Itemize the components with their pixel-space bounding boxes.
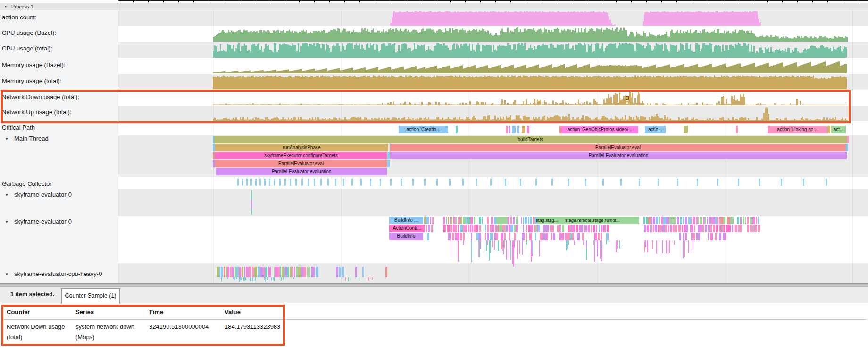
timeline-slice[interactable] [540,233,542,240]
timeline-slice[interactable]: act... [831,126,846,133]
timeline-slice[interactable] [720,225,722,232]
gc-event-tick[interactable] [505,179,506,186]
timeline-slice[interactable] [735,225,738,232]
timeline-slice[interactable] [275,267,278,277]
timeline-slice[interactable] [487,233,489,240]
tab-counter-sample[interactable]: Counter Sample (1) [61,288,120,304]
timeline-slice[interactable] [523,225,524,232]
timeline-slice[interactable] [710,225,712,232]
timeline-slice[interactable] [460,225,463,232]
timeline-slice[interactable] [723,217,725,224]
gc-event-tick[interactable] [535,179,537,186]
timeline-slice[interactable] [494,217,496,224]
timeline-slice[interactable] [709,217,711,224]
timeline-slice[interactable] [732,225,733,232]
timeline-slice[interactable] [239,267,241,277]
timeline-slice[interactable] [263,267,265,277]
timeline-slice[interactable] [588,225,590,232]
timeline-slice[interactable] [528,217,529,224]
timeline-slice[interactable] [466,225,467,232]
timeline-slice[interactable] [427,233,429,240]
timeline-slice[interactable] [451,217,452,224]
gc-event-tick[interactable] [401,179,402,186]
timeline-slice[interactable] [570,233,572,240]
timeline-slice[interactable] [604,225,607,232]
timeline-slice[interactable] [710,233,713,240]
timeline-slice[interactable] [561,233,563,240]
timeline-slice[interactable] [658,225,659,232]
timeline-slice[interactable] [513,217,515,224]
timeline-slice[interactable] [544,233,546,240]
timeline-slice[interactable] [827,126,830,133]
gc-event-tick[interactable] [551,179,553,186]
timeline-slice[interactable] [479,233,481,240]
gc-event-tick[interactable] [462,179,464,186]
timeline-slice[interactable] [647,225,649,232]
timeline-slice[interactable] [669,217,671,224]
timeline-slice[interactable] [514,233,516,240]
timeline-slice[interactable] [707,217,708,224]
timeline-slice[interactable] [538,225,540,232]
timeline-slice[interactable] [607,225,609,232]
timeline-slice[interactable] [268,267,271,277]
timeline-slice[interactable] [514,225,516,232]
timeline-slice[interactable] [562,225,564,232]
timeline-slice[interactable] [601,225,602,232]
gc-event-tick[interactable] [343,179,344,186]
timeline-slice[interactable] [470,225,471,232]
timeline-slice[interactable] [258,267,260,277]
timeline-slice[interactable] [448,233,450,240]
gc-event-tick[interactable] [320,179,322,186]
timeline-slice[interactable] [685,225,688,232]
timeline-slice[interactable] [252,267,254,277]
timeline-slice[interactable] [758,225,760,232]
timeline-slice[interactable]: Parallel Evaluator evaluation [216,168,387,175]
timeline-slice[interactable] [278,267,280,277]
timeline-slice[interactable] [460,233,462,240]
timeline-slice[interactable] [516,217,518,224]
timeline-slice[interactable] [745,217,746,224]
timeline-slice[interactable] [244,267,245,277]
timeline-slice[interactable] [572,233,574,240]
timeline-slice[interactable] [694,225,696,232]
timeline-slice[interactable] [506,126,508,133]
timeline-slice[interactable] [385,267,387,277]
timeline-slice[interactable] [702,225,704,232]
timeline-slice[interactable] [547,233,548,240]
timeline-slice[interactable] [700,225,702,232]
timeline-slice[interactable] [467,217,470,224]
timeline-slice[interactable] [521,217,522,224]
timeline-slice[interactable] [737,217,740,224]
timeline-slice[interactable] [750,225,752,232]
timeline-slice[interactable] [530,225,533,232]
timeline-slice[interactable] [479,217,482,224]
expander-icon[interactable]: ▾ [6,136,8,141]
timeline-slice[interactable] [426,217,429,224]
timeline-slice[interactable] [472,225,473,232]
timeline-slice[interactable] [479,225,481,232]
timeline-slice[interactable] [591,225,592,232]
timeline-slice[interactable] [424,217,426,224]
timeline-slice[interactable] [296,267,298,277]
timeline-slice[interactable] [559,225,561,232]
gc-event-tick[interactable] [327,179,329,186]
gc-event-tick[interactable] [295,179,297,186]
gc-event-tick[interactable] [360,179,362,186]
timeline-slice[interactable] [700,217,702,224]
timeline-slice[interactable]: BuildInfo [389,233,423,240]
expander-icon[interactable]: ▾ [6,272,8,276]
gc-event-tick[interactable] [658,179,659,186]
timeline-slice[interactable] [292,267,293,277]
timeline-slice[interactable] [736,126,738,133]
timeline-slice[interactable] [747,217,749,224]
timeline-slice[interactable] [685,217,687,224]
gc-event-tick[interactable] [677,179,678,186]
horizontal-scrollbar[interactable] [0,283,868,287]
timeline-slice[interactable] [681,217,682,224]
timeline-slice[interactable] [492,233,493,240]
timeline-slice[interactable] [547,225,549,232]
timeline-slice[interactable] [675,225,677,232]
gc-event-tick[interactable] [314,179,315,186]
gc-event-tick[interactable] [380,179,381,186]
timeline-slice[interactable] [450,225,452,232]
